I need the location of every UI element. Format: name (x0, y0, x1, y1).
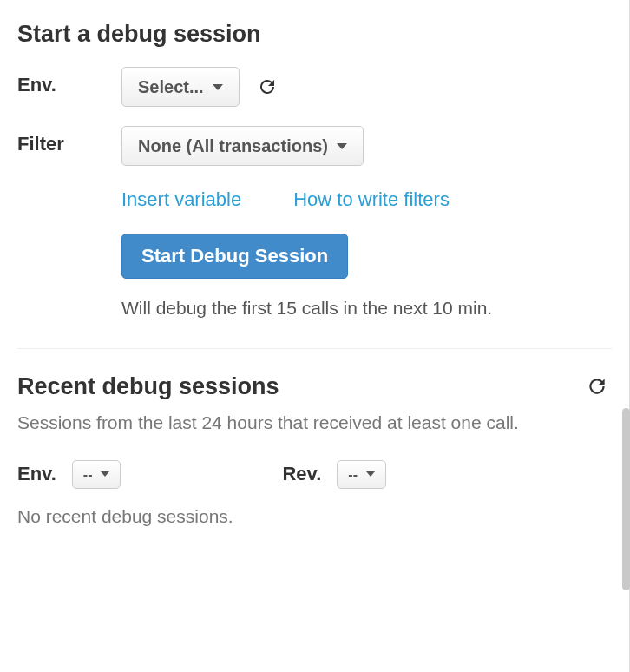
refresh-env-button[interactable] (252, 71, 283, 102)
no-sessions-text: No recent debug sessions. (17, 506, 612, 527)
recent-rev-value: -- (348, 466, 358, 483)
refresh-recent-button[interactable] (582, 372, 612, 401)
start-debug-session-button[interactable]: Start Debug Session (121, 234, 348, 279)
recent-env-dropdown[interactable]: -- (72, 460, 121, 489)
caret-down-icon (101, 471, 109, 477)
filter-select-label: None (All transactions) (138, 135, 328, 156)
refresh-icon (586, 375, 608, 398)
filter-select-dropdown[interactable]: None (All transactions) (121, 126, 364, 166)
filter-row: Filter None (All transactions) Insert va… (17, 126, 612, 319)
recent-sessions-description: Sessions from the last 24 hours that rec… (17, 408, 612, 438)
recent-rev-label: Rev. (282, 463, 321, 485)
recent-env-value: -- (83, 466, 93, 483)
caret-down-icon (366, 471, 375, 477)
recent-sessions-title: Recent debug sessions (17, 373, 279, 400)
debug-panel: Start a debug session Env. Select... Fil… (0, 0, 630, 672)
filter-links: Insert variable How to write filters (121, 188, 612, 211)
recent-rev-dropdown[interactable]: -- (337, 460, 386, 489)
insert-variable-link[interactable]: Insert variable (121, 188, 241, 211)
start-session-title: Start a debug session (17, 21, 612, 48)
filter-label: Filter (17, 126, 121, 155)
section-divider (17, 348, 612, 349)
scrollbar-thumb[interactable] (622, 408, 630, 590)
recent-header: Recent debug sessions (17, 372, 612, 401)
caret-down-icon (213, 84, 223, 90)
env-select-dropdown[interactable]: Select... (121, 67, 240, 107)
how-to-filters-link[interactable]: How to write filters (293, 188, 450, 211)
recent-filters: Env. -- Rev. -- (17, 460, 612, 489)
env-label: Env. (17, 67, 121, 96)
refresh-icon (257, 76, 278, 97)
caret-down-icon (337, 143, 347, 149)
debug-help-text: Will debug the first 15 calls in the nex… (121, 298, 612, 319)
env-row: Env. Select... (17, 67, 612, 107)
env-select-label: Select... (138, 76, 204, 97)
recent-env-label: Env. (17, 463, 56, 485)
